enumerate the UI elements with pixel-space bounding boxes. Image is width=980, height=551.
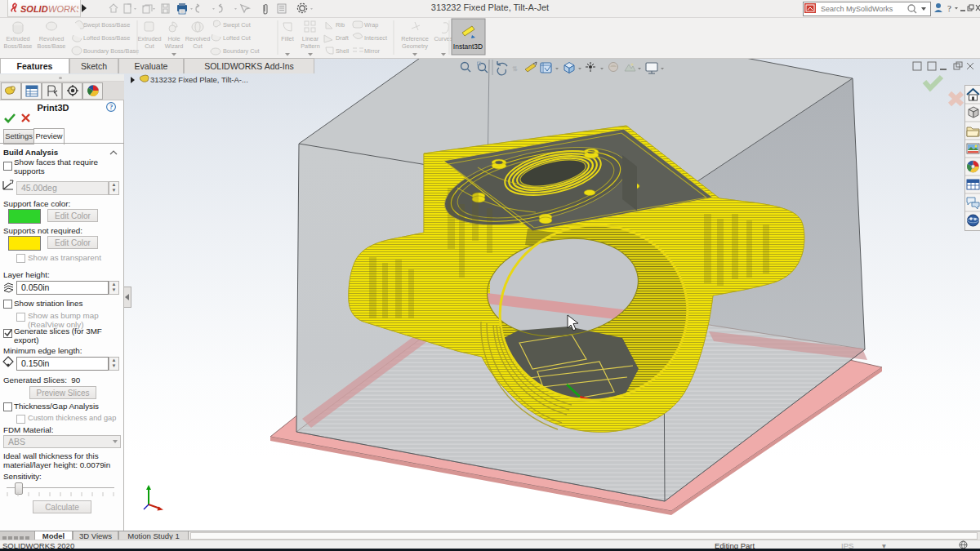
svg-text:Hole: Hole xyxy=(167,35,180,42)
svg-text:Wrap: Wrap xyxy=(364,21,378,29)
svg-text:Boundary Cut: Boundary Cut xyxy=(223,47,260,55)
svg-text:Boss/Base: Boss/Base xyxy=(38,42,66,50)
svg-text:Boundary Boss/Base: Boundary Boss/Base xyxy=(83,47,139,55)
svg-text:Extruded: Extruded xyxy=(6,35,29,42)
svg-text:Extruded: Extruded xyxy=(137,35,161,42)
svg-text:Fillet: Fillet xyxy=(281,35,293,42)
svg-text:Instant3D: Instant3D xyxy=(453,42,483,51)
svg-text:Revolved: Revolved xyxy=(185,35,210,42)
svg-text:Boss/Base: Boss/Base xyxy=(4,42,33,50)
svg-text:Linear: Linear xyxy=(302,35,319,42)
svg-text:Wizard: Wizard xyxy=(165,42,184,50)
svg-text:Cut: Cut xyxy=(145,42,154,50)
svg-text:Cut: Cut xyxy=(193,42,202,50)
svg-text:Swept Boss/Base: Swept Boss/Base xyxy=(83,21,130,29)
svg-text:Curves: Curves xyxy=(434,35,452,42)
svg-text:Swept Cut: Swept Cut xyxy=(223,21,251,29)
svg-text:?: ? xyxy=(109,103,113,111)
svg-text:Mirror: Mirror xyxy=(364,47,381,55)
svg-text:Rib: Rib xyxy=(336,21,345,29)
svg-text:Lofted Cut: Lofted Cut xyxy=(223,34,251,42)
svg-text:Geometry: Geometry xyxy=(402,42,428,50)
svg-text:313232 Fixed Plate, Tilt-A-...: 313232 Fixed Plate, Tilt-A-... xyxy=(150,75,248,84)
svg-text:Reference: Reference xyxy=(401,35,429,42)
svg-text:?: ? xyxy=(947,3,951,13)
svg-text:Draft: Draft xyxy=(336,34,349,42)
svg-text:Revolved: Revolved xyxy=(39,35,64,42)
svg-text:⇅: ⇅ xyxy=(512,65,518,73)
svg-text:Lofted Boss/Base: Lofted Boss/Base xyxy=(83,34,130,42)
svg-text:Pattern: Pattern xyxy=(301,42,320,50)
svg-text:Intersect: Intersect xyxy=(364,34,387,42)
svg-text:Shell: Shell xyxy=(336,47,350,55)
